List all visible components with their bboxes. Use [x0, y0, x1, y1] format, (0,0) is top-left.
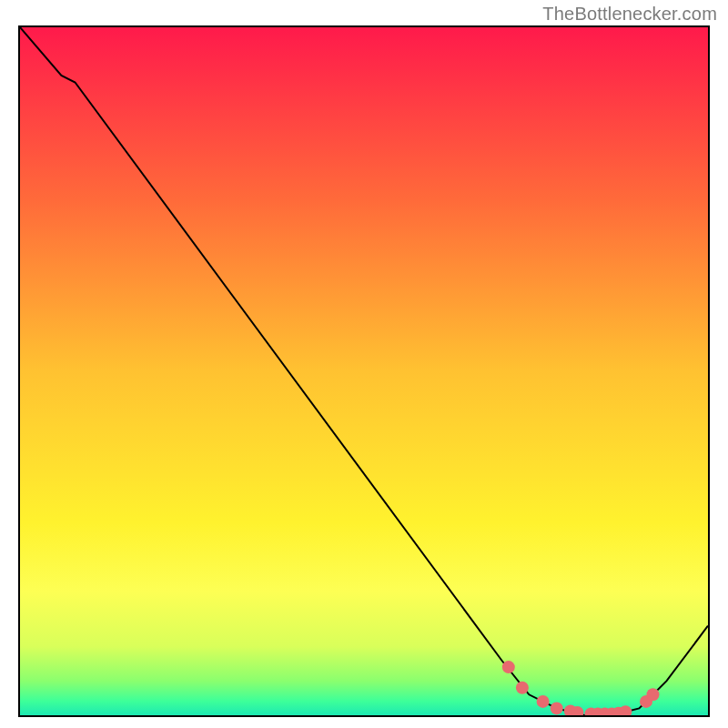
marker-dot	[516, 682, 529, 694]
chart-container: TheBottlenecker.com	[0, 0, 728, 728]
marker-dot	[647, 688, 660, 701]
highlight-dots	[502, 661, 660, 715]
marker-dot	[502, 661, 515, 673]
marker-dot	[537, 695, 550, 708]
marker-dot	[551, 702, 563, 714]
bottleneck-curve	[20, 27, 708, 715]
plot-area	[18, 25, 710, 717]
curve-layer	[20, 27, 708, 715]
attribution-label: TheBottlenecker.com	[542, 4, 717, 25]
marker-dot	[619, 705, 632, 715]
